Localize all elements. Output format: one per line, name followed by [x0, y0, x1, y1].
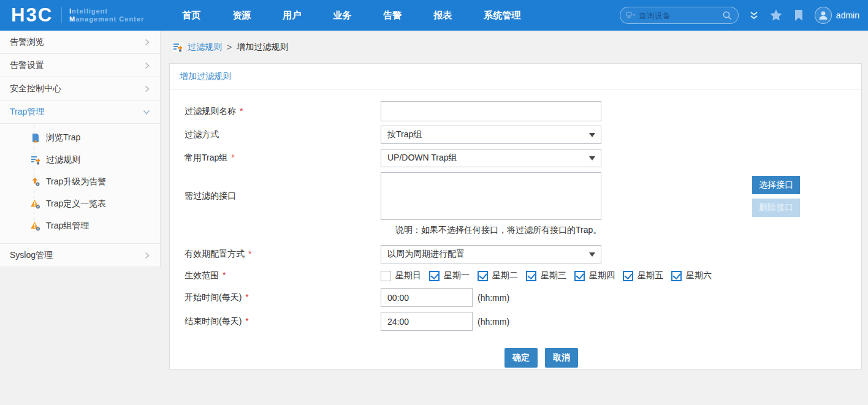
sidebar-item-security-center[interactable]: 安全控制中心: [0, 77, 160, 100]
tuesday-checkbox[interactable]: [478, 271, 488, 281]
weekday-checkbox-group: 星期日 星期一 星期二 星期三 星期四 星期五 星期六: [381, 270, 720, 281]
day-label: 星期五: [638, 270, 663, 281]
remove-interface-button[interactable]: 删除接口: [752, 199, 800, 217]
sidebar-item-label: 告警设置: [10, 60, 44, 71]
start-time-label: 开始时间(每天)*: [170, 292, 381, 303]
sidebar-item-trap-groups[interactable]: Trap组管理: [0, 215, 160, 237]
day-label: 星期日: [395, 270, 421, 281]
product-line1: Intelligent: [69, 7, 144, 15]
trap-group-icon: [31, 221, 40, 231]
required-marker: *: [223, 270, 226, 280]
end-time-label: 结束时间(每天)*: [170, 316, 381, 327]
breadcrumb-current: 增加过滤规则: [237, 42, 288, 53]
end-time-input[interactable]: [381, 312, 473, 331]
bookmark-icon[interactable]: [793, 9, 804, 21]
breadcrumb-separator: >: [227, 42, 232, 52]
nav-users[interactable]: 用户: [283, 10, 301, 21]
username-label: admin: [836, 10, 859, 20]
day-label: 星期一: [444, 270, 470, 281]
nav-resources[interactable]: 资源: [232, 10, 251, 21]
interfaces-listbox[interactable]: [381, 172, 601, 220]
sidebar-item-label: Syslog管理: [10, 250, 53, 261]
sidebar-item-label: 过滤规则: [46, 154, 80, 165]
sidebar-item-syslog-management[interactable]: Syslog管理: [0, 244, 160, 267]
effective-range-label: 生效范围*: [170, 270, 381, 281]
interfaces-label: 需过滤的接口: [170, 191, 381, 202]
cancel-button[interactable]: 取消: [545, 348, 578, 368]
required-marker: *: [245, 292, 248, 302]
sidebar: 告警浏览 告警设置 安全控制中心 Trap管理: [0, 31, 161, 405]
required-marker: *: [231, 153, 234, 162]
sidebar-item-filter-rules[interactable]: 过滤规则: [0, 149, 160, 171]
sidebar-item-label: 告警浏览: [10, 37, 44, 48]
saturday-checkbox[interactable]: [671, 271, 682, 281]
search-input[interactable]: [639, 11, 722, 20]
sidebar-item-trap-management[interactable]: Trap管理: [0, 100, 160, 124]
sidebar-item-label: Trap管理: [10, 107, 44, 118]
select-interface-button[interactable]: 选择接口: [752, 176, 800, 194]
chevron-right-icon: [144, 252, 150, 259]
star-icon[interactable]: [769, 9, 783, 22]
user-menu[interactable]: admin: [815, 7, 859, 24]
main-content: 过滤规则 > 增加过滤规则 增加过滤规则 过滤规则名称* 过滤方式: [161, 31, 868, 405]
breadcrumb-parent-link[interactable]: 过滤规则: [188, 42, 222, 53]
main-nav: 首页 资源 用户 业务 告警 报表 系统管理: [182, 10, 520, 21]
filter-rule-icon: [31, 155, 40, 165]
sidebar-item-alarm-settings[interactable]: 告警设置: [0, 54, 160, 77]
sidebar-item-label: Trap定义一览表: [46, 199, 106, 210]
sidebar-item-label: Trap升级为告警: [46, 176, 106, 187]
ok-button[interactable]: 确定: [504, 348, 538, 368]
start-time-format-hint: (hh:mm): [478, 293, 509, 303]
product-line2: Management Center: [69, 15, 144, 23]
sidebar-item-alarm-browse[interactable]: 告警浏览: [0, 31, 160, 54]
validity-mode-select[interactable]: 以周为周期进行配置: [381, 245, 601, 263]
day-label: 星期六: [686, 270, 712, 281]
required-marker: *: [245, 316, 248, 326]
add-filter-rule-panel: 增加过滤规则 过滤规则名称* 过滤方式 按Trap组: [169, 63, 862, 369]
nav-reports[interactable]: 报表: [433, 10, 452, 21]
h3c-logo: H3C: [11, 0, 53, 31]
chevron-right-icon: [144, 85, 150, 93]
magnifier-icon[interactable]: [722, 10, 733, 21]
filter-rule-icon: [173, 42, 183, 52]
validity-mode-value: 以周为周期进行配置: [387, 249, 465, 260]
trap-upgrade-icon: [31, 177, 40, 187]
device-search-box[interactable]: [620, 7, 739, 24]
trap-group-select[interactable]: UP/DOWN Trap组: [381, 149, 601, 167]
breadcrumb: 过滤规则 > 增加过滤规则: [161, 31, 868, 63]
start-time-input[interactable]: [381, 288, 473, 307]
end-time-format-hint: (hh:mm): [478, 317, 509, 327]
nav-services[interactable]: 业务: [333, 10, 351, 21]
thursday-checkbox[interactable]: [574, 271, 585, 281]
nav-home[interactable]: 首页: [182, 10, 200, 21]
day-label: 星期三: [541, 270, 566, 281]
avatar-icon[interactable]: [815, 7, 832, 24]
search-scope-icon[interactable]: [626, 11, 636, 20]
monday-checkbox[interactable]: [429, 271, 440, 281]
filter-mode-label: 过滤方式: [170, 129, 381, 140]
filter-mode-select[interactable]: 按Trap组: [381, 126, 601, 144]
required-marker: *: [248, 249, 251, 259]
validity-mode-label: 有效期配置方式*: [170, 249, 381, 260]
trap-group-label: 常用Trap组*: [170, 153, 381, 164]
sidebar-item-trap-upgrade[interactable]: Trap升级为告警: [0, 171, 160, 193]
sidebar-item-trap-definitions[interactable]: Trap定义一览表: [0, 193, 160, 215]
wednesday-checkbox[interactable]: [526, 271, 536, 281]
nav-system[interactable]: 系统管理: [484, 10, 520, 21]
dropdown-arrow-icon: [589, 156, 595, 161]
product-name: Intelligent Management Center: [61, 7, 144, 23]
filter-mode-value: 按Trap组: [387, 129, 422, 140]
sidebar-item-label: Trap组管理: [46, 221, 89, 232]
sidebar-item-label: 浏览Trap: [46, 132, 80, 143]
double-chevron-down-icon[interactable]: [749, 10, 759, 20]
sunday-checkbox[interactable]: [381, 271, 391, 281]
sidebar-item-browse-trap[interactable]: 浏览Trap: [0, 127, 160, 149]
chevron-right-icon: [144, 62, 150, 69]
rule-name-input[interactable]: [381, 101, 601, 121]
rule-name-label: 过滤规则名称*: [170, 106, 381, 117]
required-marker: *: [240, 106, 243, 116]
friday-checkbox[interactable]: [623, 271, 633, 281]
nav-alarms[interactable]: 告警: [383, 10, 402, 21]
panel-title: 增加过滤规则: [170, 64, 861, 89]
top-header: H3C Intelligent Management Center 首页 资源 …: [0, 0, 868, 31]
